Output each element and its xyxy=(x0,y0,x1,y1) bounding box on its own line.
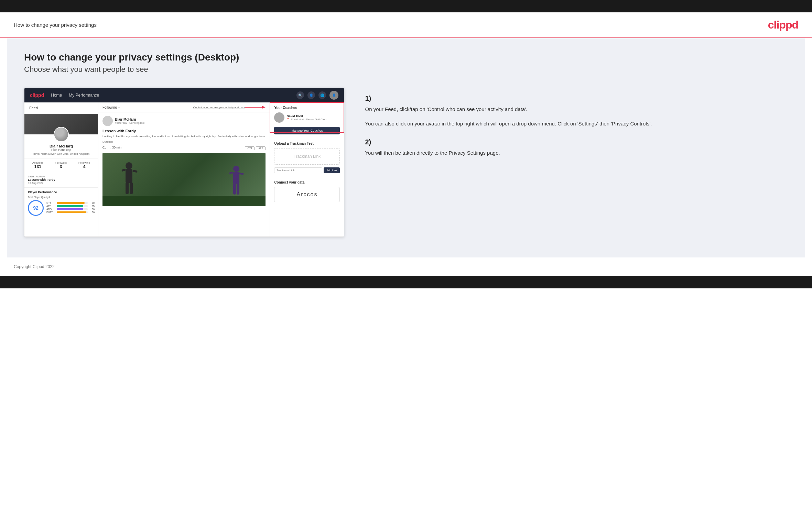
svg-rect-13 xyxy=(237,184,239,195)
pp-label: Player Performance xyxy=(28,190,95,194)
coach-row: David Ford 📍 Royal North Devon Golf Club xyxy=(274,112,340,123)
connect-title: Connect your data xyxy=(274,180,340,184)
trackman-title: Upload a Trackman Test xyxy=(274,142,340,145)
bar-arg: ARG 86 xyxy=(46,208,95,210)
quality-label: Total Player Quality ℹ xyxy=(28,196,95,199)
post-avatar xyxy=(102,116,113,126)
svg-marker-1 xyxy=(262,106,266,109)
stat-activities-label: Activities xyxy=(32,161,43,164)
arccos-box: Arccos xyxy=(274,187,340,202)
app-body: Feed Blair McHarg Plus Handicap Royal No… xyxy=(24,102,344,236)
app-screenshot: clippd Home My Performance 🔍 👤 🌐 👤 xyxy=(24,88,344,237)
instruction-step1: 1) On your Feed, click/tap on 'Control w… xyxy=(365,95,784,128)
footer: Copyright Clippd 2022 xyxy=(0,257,812,276)
bar-ott: OTT 90 xyxy=(46,202,95,204)
latest-activity-label: Latest Activity xyxy=(28,175,95,178)
coach-info: David Ford 📍 Royal North Devon Golf Club xyxy=(286,114,326,121)
post-description: Looking to feel like my hands are exitin… xyxy=(102,134,266,138)
svg-rect-7 xyxy=(130,182,133,194)
svg-rect-10 xyxy=(229,172,234,174)
step2-text: You will then be taken directly to the P… xyxy=(365,149,784,157)
svg-rect-5 xyxy=(132,170,138,173)
profile-stats: Activities 131 Followers 3 Following 4 xyxy=(24,158,98,172)
post-user-date: Yesterday · Sunningdale xyxy=(115,121,144,124)
control-link-row: Control who can see your activity and da… xyxy=(193,105,266,109)
svg-point-2 xyxy=(126,162,132,169)
stat-followers-value: 3 xyxy=(55,164,67,169)
globe-icon[interactable]: 🌐 xyxy=(318,91,326,99)
stat-activities: Activities 131 xyxy=(32,161,43,169)
post-user-name: Blair McHarg xyxy=(115,118,144,121)
step1-text-b: You can also click on your avatar in the… xyxy=(365,120,784,128)
chevron-down-icon: ▾ xyxy=(118,106,120,109)
svg-rect-9 xyxy=(233,172,239,184)
instruction-step2: 2) You will then be taken directly to th… xyxy=(365,138,784,157)
nav-home[interactable]: Home xyxy=(51,93,62,98)
duration-row: 01 hr : 30 min OTT APP xyxy=(102,144,266,150)
step2-number: 2) xyxy=(365,138,784,146)
feed-tab[interactable]: Feed xyxy=(24,102,98,114)
profile-avatar xyxy=(54,127,69,142)
user-avatar-nav[interactable]: 👤 xyxy=(329,91,338,100)
search-icon[interactable]: 🔍 xyxy=(296,91,304,99)
app-mock-logo: clippd xyxy=(30,92,44,98)
stat-following: Following 4 xyxy=(78,161,90,169)
stat-following-label: Following xyxy=(78,161,90,164)
svg-rect-4 xyxy=(121,168,126,172)
coaches-title: Your Coaches xyxy=(274,106,340,110)
app-sidebar: Feed Blair McHarg Plus Handicap Royal No… xyxy=(24,102,98,236)
quality-row: 92 OTT 90 APP xyxy=(28,200,95,216)
app-right-panel: Your Coaches David Ford 📍 Royal North De… xyxy=(270,102,344,236)
svg-rect-3 xyxy=(126,169,132,183)
post-user-info: Blair McHarg Yesterday · Sunningdale xyxy=(115,118,144,124)
post-title: Lesson with Fordy xyxy=(102,129,266,133)
post-tags: OTT APP xyxy=(245,146,266,150)
post-image xyxy=(102,153,266,206)
nav-performance[interactable]: My Performance xyxy=(69,93,99,98)
svg-rect-11 xyxy=(239,173,244,175)
duration-value: 01 hr : 30 min xyxy=(102,146,121,149)
app-feed: Following ▾ Control who can see your act… xyxy=(98,102,270,236)
user-icon[interactable]: 👤 xyxy=(307,91,315,99)
coach-avatar xyxy=(274,112,284,123)
post-user-row: Blair McHarg Yesterday · Sunningdale xyxy=(102,116,266,126)
app-screenshot-wrapper: clippd Home My Performance 🔍 👤 🌐 👤 xyxy=(24,88,344,237)
trackman-section: Upload a Trackman Test Trackman Link Add… xyxy=(270,138,344,177)
latest-activity-date: 03 Aug 2022 xyxy=(28,181,95,185)
app-navbar: clippd Home My Performance 🔍 👤 🌐 👤 xyxy=(24,88,344,102)
feed-post: Blair McHarg Yesterday · Sunningdale Les… xyxy=(98,112,270,210)
arrow-right-icon xyxy=(245,105,266,109)
manage-coaches-button[interactable]: Manage Your Coaches xyxy=(274,127,340,134)
feed-header: Following ▾ Control who can see your act… xyxy=(98,102,270,112)
svg-rect-12 xyxy=(233,184,236,195)
stat-following-value: 4 xyxy=(78,164,90,169)
following-button[interactable]: Following ▾ xyxy=(102,106,120,109)
trackman-input[interactable] xyxy=(274,167,322,173)
copyright: Copyright Clippd 2022 xyxy=(14,264,55,269)
profile-name: Blair McHarg xyxy=(28,144,95,148)
main-content: How to change your privacy settings (Des… xyxy=(7,38,805,257)
coaches-section: Your Coaches David Ford 📍 Royal North De… xyxy=(270,102,344,138)
svg-rect-6 xyxy=(126,182,129,194)
step1-number: 1) xyxy=(365,95,784,102)
svg-point-8 xyxy=(233,166,239,172)
header-title: How to change your privacy settings xyxy=(14,22,97,28)
control-link[interactable]: Control who can see your activity and da… xyxy=(193,106,245,109)
tag-ott: OTT xyxy=(245,146,255,150)
bottom-bar xyxy=(0,276,812,288)
tag-app: APP xyxy=(256,146,266,150)
header: How to change your privacy settings clip… xyxy=(0,12,812,38)
coach-name: David Ford xyxy=(286,114,326,118)
stat-followers: Followers 3 xyxy=(55,161,67,169)
coaches-section-wrapper: Your Coaches David Ford 📍 Royal North De… xyxy=(270,102,344,138)
bar-app: APP 85 xyxy=(46,205,95,207)
top-bar xyxy=(0,0,812,12)
coach-club-row: 📍 Royal North Devon Golf Club xyxy=(286,118,326,121)
golfer1-silhouette xyxy=(120,162,139,197)
profile-club: Royal North Devon Golf Club, United King… xyxy=(28,152,95,155)
golfer2-silhouette xyxy=(228,166,245,197)
profile-handicap: Plus Handicap xyxy=(28,148,95,152)
profile-banner xyxy=(24,114,98,134)
add-link-button[interactable]: Add Link xyxy=(324,167,340,173)
logo: clippd xyxy=(768,19,798,31)
